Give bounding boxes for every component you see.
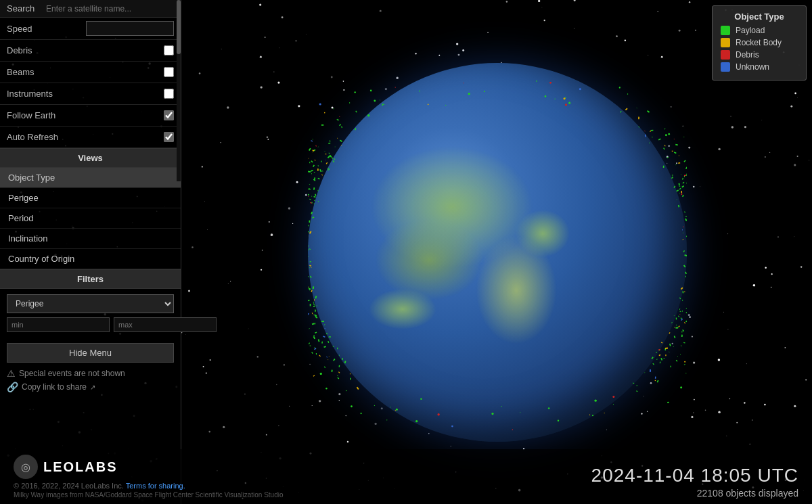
legend-item-unknown: Unknown — [721, 62, 798, 72]
filters-header: Filters — [0, 269, 181, 289]
search-input[interactable] — [46, 4, 174, 14]
auto-refresh-label: Auto Refresh — [7, 132, 164, 142]
legend-items: Payload Rocket Body Debris Unknown — [721, 26, 798, 72]
logo-icon-symbol: ◎ — [21, 461, 30, 474]
views-list: Object TypePerigeePeriodInclinationCount… — [0, 168, 181, 269]
copy-link-row[interactable]: 🔗 Copy link to share ↗ — [7, 382, 174, 392]
legend-item-debris: Debris — [721, 50, 798, 60]
speed-label: Speed — [7, 24, 86, 34]
land-overlay — [308, 63, 687, 442]
objects-count: 22108 objects displayed — [591, 488, 798, 499]
logo-text: LEOLABS — [43, 459, 118, 475]
sidebar: Search Speed 25 Debris Beams Instruments… — [0, 0, 181, 504]
logo-icon-circle: ◎ — [14, 455, 38, 479]
scroll-indicator — [177, 0, 181, 181]
legend-item-payload: Payload — [721, 26, 798, 35]
views-item-country-of-origin[interactable]: Country of Origin — [0, 249, 181, 269]
legend-item-label: Rocket Body — [736, 38, 782, 47]
speed-row: Speed 25 — [0, 18, 181, 40]
follow-earth-row: Follow Earth — [0, 105, 181, 127]
debris-row: Debris — [0, 40, 181, 62]
debris-label: Debris — [7, 45, 164, 55]
scroll-thumb — [177, 0, 181, 54]
views-item-inclination[interactable]: Inclination — [0, 229, 181, 249]
legend-item-rocket-body: Rocket Body — [721, 38, 798, 47]
views-item-period[interactable]: Period — [0, 208, 181, 229]
beams-row: Beams — [0, 62, 181, 83]
legend-color-swatch — [721, 38, 730, 47]
link-icon: 🔗 — [7, 382, 18, 392]
instruments-label: Instruments — [7, 89, 164, 99]
views-item-object-type[interactable]: Object Type — [0, 168, 181, 188]
legend-item-label: Unknown — [736, 62, 769, 72]
follow-earth-checkbox[interactable] — [164, 110, 174, 120]
search-row: Search — [0, 0, 181, 18]
bottom-bar: ◎ LEOLABS © 2016, 2022, 2024 LeoLabs Inc… — [0, 449, 812, 504]
legend-color-swatch — [721, 62, 730, 72]
legend-title: Object Type — [721, 12, 798, 22]
legend-item-label: Debris — [736, 50, 759, 60]
filter-max-input[interactable] — [114, 317, 217, 332]
hide-menu-button[interactable]: Hide Menu — [7, 343, 174, 363]
legend-item-label: Payload — [736, 26, 765, 35]
datetime-section: 2024-11-04 18:05 UTC 22108 objects displ… — [591, 465, 798, 499]
warning-icon: ⚠ — [7, 368, 16, 379]
follow-earth-label: Follow Earth — [7, 110, 164, 120]
special-events-notice: ⚠ Special events are not shown — [7, 368, 174, 379]
debris-checkbox[interactable] — [164, 45, 174, 55]
special-events-text: Special events are not shown — [19, 369, 125, 378]
copyright-text: © 2016, 2022, 2024 LeoLabs Inc. Terms fo… — [14, 482, 284, 490]
filter-select[interactable]: PerigeePeriodInclinationCountry of Origi… — [7, 294, 174, 313]
auto-refresh-checkbox[interactable] — [164, 132, 174, 142]
filters-container: PerigeePeriodInclinationCountry of Origi… — [0, 289, 181, 338]
search-label: Search — [7, 3, 41, 14]
hide-menu-container: Hide Menu — [0, 338, 181, 363]
copy-link-text: Copy link to share — [22, 382, 87, 392]
beams-label: Beams — [7, 67, 164, 77]
filter-min-input[interactable] — [7, 317, 110, 332]
milky-way-credit: Milky Way images from NASA/Goddard Space… — [14, 491, 284, 499]
earth-globe — [308, 63, 687, 442]
datetime-display: 2024-11-04 18:05 UTC — [591, 465, 798, 486]
speed-input[interactable]: 25 — [86, 21, 175, 36]
auto-refresh-row: Auto Refresh — [0, 127, 181, 148]
legend-color-swatch — [721, 50, 730, 60]
copy-link-arrow: ↗ — [90, 384, 95, 391]
instruments-checkbox[interactable] — [164, 89, 174, 99]
legend-color-swatch — [721, 26, 730, 35]
filter-range — [7, 317, 174, 332]
views-item-perigee[interactable]: Perigee — [0, 188, 181, 208]
leolabs-logo: ◎ LEOLABS — [14, 455, 284, 479]
branding-section: ◎ LEOLABS © 2016, 2022, 2024 LeoLabs Inc… — [14, 455, 284, 499]
copyright-static: © 2016, 2022, 2024 LeoLabs Inc. — [14, 482, 124, 490]
legend-panel: Object Type Payload Rocket Body Debris U… — [712, 5, 807, 81]
views-header: Views — [0, 148, 181, 168]
notices-container: ⚠ Special events are not shown 🔗 Copy li… — [0, 363, 181, 400]
beams-checkbox[interactable] — [164, 67, 174, 77]
terms-link[interactable]: Terms for sharing. — [126, 482, 185, 490]
instruments-row: Instruments — [0, 83, 181, 105]
